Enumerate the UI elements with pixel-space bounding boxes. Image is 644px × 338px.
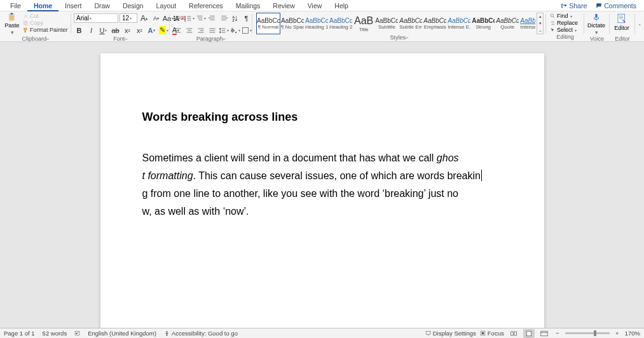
tab-mailings[interactable]: Mailings (230, 0, 267, 11)
style-item[interactable]: AaBTitle (353, 13, 374, 34)
show-marks-button[interactable]: ¶ (241, 13, 252, 24)
font-launcher[interactable]: ⌐ (125, 36, 128, 42)
italic-button[interactable]: I (86, 25, 97, 36)
paragraph-launcher[interactable]: ⌐ (223, 36, 226, 42)
group-label-clipboard: Clipboard⌐ (3, 36, 69, 42)
styles-gallery: AaBbCcDd¶ NormalAaBbCcDd¶ No Spac...AaBb… (255, 13, 535, 34)
subscript-button[interactable]: x2 (122, 25, 133, 36)
text-effects-button[interactable]: A▾ (146, 25, 157, 36)
tab-home[interactable]: Home (27, 0, 58, 11)
tab-file[interactable]: File (4, 0, 27, 11)
shrink-font-button[interactable]: A▾ (151, 13, 161, 24)
bullets-button[interactable]: ▾ (172, 13, 183, 24)
grow-font-button[interactable]: A▴ (139, 13, 149, 24)
align-center-button[interactable] (184, 25, 195, 36)
copy-button[interactable]: Copy (23, 20, 68, 26)
highlight-button[interactable]: ✎▾ (158, 25, 169, 36)
style-item[interactable]: AaBbCcDdEmphasis (423, 13, 447, 34)
web-layout-button[interactable] (538, 329, 550, 338)
zoom-level[interactable]: 170% (625, 330, 640, 337)
bold-button[interactable]: B (74, 25, 85, 36)
increase-indent-button[interactable] (218, 13, 229, 24)
svg-rect-16 (595, 14, 598, 18)
align-left-button[interactable] (172, 25, 183, 36)
status-page[interactable]: Page 1 of 1 (4, 330, 35, 337)
tab-insert[interactable]: Insert (58, 0, 88, 11)
doc-body: Sometimes a client will send in a docume… (142, 149, 502, 220)
multilevel-list-button[interactable]: ▾ (195, 13, 206, 24)
find-button[interactable]: Find▾ (550, 13, 578, 19)
underline-button[interactable]: U▾ (98, 25, 109, 36)
style-item[interactable]: AaBbCcDdStrong (471, 13, 495, 34)
group-label-paragraph: Paragraph⌐ (172, 36, 250, 42)
select-button[interactable]: Select▾ (550, 27, 578, 33)
dictate-button[interactable]: Dictate▾ (587, 13, 606, 36)
style-item[interactable]: AaBbCcDdIntense Q... (519, 13, 535, 34)
svg-point-7 (174, 20, 175, 21)
numbering-button[interactable]: 123▾ (184, 13, 195, 24)
svg-rect-14 (242, 27, 248, 33)
svg-rect-2 (10, 16, 13, 20)
styles-scroll-down[interactable]: ▾ (537, 20, 543, 27)
style-item[interactable]: AaBbCcDSubtitle (374, 13, 399, 34)
display-settings-button[interactable]: Display Settings (425, 330, 476, 337)
font-size-select[interactable]: 12▾ (120, 13, 137, 23)
svg-rect-22 (482, 332, 484, 334)
focus-button[interactable]: Focus (480, 330, 504, 337)
collapse-ribbon-button[interactable]: ˄ (635, 11, 644, 41)
tab-references[interactable]: References (182, 0, 230, 11)
styles-scroll-up[interactable]: ▴ (537, 13, 543, 20)
svg-rect-20 (426, 332, 430, 335)
replace-button[interactable]: Replace (550, 20, 578, 26)
superscript-button[interactable]: x2 (134, 25, 145, 36)
sort-button[interactable]: AZ (230, 13, 240, 24)
tab-draw[interactable]: Draw (88, 0, 116, 11)
zoom-slider[interactable] (565, 332, 610, 334)
svg-point-15 (551, 14, 554, 17)
share-button[interactable]: Share (557, 2, 591, 10)
status-language[interactable]: English (United Kingdom) (88, 330, 156, 337)
tab-review[interactable]: Review (266, 0, 301, 11)
clipboard-launcher[interactable]: ⌐ (46, 36, 50, 42)
style-item[interactable]: AaBbCcDHeading 2 (329, 13, 353, 34)
document-area[interactable]: Words breaking across lines Sometimes a … (0, 42, 644, 328)
font-name-select[interactable]: Arial▾ (74, 13, 118, 23)
align-right-button[interactable] (195, 25, 206, 36)
style-item[interactable]: AaBbCcDd¶ No Spac... (280, 13, 305, 34)
tab-layout[interactable]: Layout (150, 0, 183, 11)
tab-help[interactable]: Help (328, 0, 355, 11)
format-painter-button[interactable]: Format Painter (23, 27, 68, 33)
comments-button[interactable]: Comments (592, 2, 640, 10)
style-item[interactable]: AaBbCcHeading 1 (305, 13, 329, 34)
svg-point-19 (166, 331, 167, 332)
strikethrough-button[interactable]: ab (110, 25, 121, 36)
zoom-in-button[interactable]: + (613, 330, 621, 337)
shading-button[interactable]: ▾ (230, 25, 240, 36)
decrease-indent-button[interactable] (207, 13, 217, 24)
status-accessibility[interactable]: Accessibility: Good to go (164, 330, 238, 337)
cut-button[interactable]: Cut (23, 13, 68, 19)
text-cursor (481, 170, 482, 181)
style-item[interactable]: AaBbCcDd¶ Normal (256, 13, 280, 34)
status-words[interactable]: 52 words (43, 330, 67, 337)
group-label-font: Font⌐ (74, 36, 167, 42)
tab-design[interactable]: Design (116, 0, 150, 11)
editor-button[interactable]: Editor (612, 13, 631, 36)
style-item[interactable]: AaBbCcDdQuote (495, 13, 519, 34)
style-item[interactable]: AaBbCcDdSubtle Em... (399, 13, 423, 34)
status-spellcheck[interactable] (74, 330, 80, 336)
share-label: Share (569, 2, 587, 10)
style-item[interactable]: AaBbCcDdIntense E... (447, 13, 471, 34)
read-mode-button[interactable] (508, 329, 519, 338)
tab-view[interactable]: View (301, 0, 329, 11)
svg-rect-1 (11, 13, 13, 15)
print-layout-button[interactable] (523, 329, 535, 338)
styles-launcher[interactable]: ⌐ (406, 35, 409, 41)
justify-button[interactable] (207, 25, 217, 36)
styles-expand[interactable]: ⌄ (537, 27, 543, 34)
borders-button[interactable]: ▾ (241, 25, 252, 36)
zoom-out-button[interactable]: − (554, 330, 561, 337)
line-spacing-button[interactable]: ▾ (218, 25, 229, 36)
group-label-editor: Editor (612, 36, 633, 42)
paste-button[interactable]: Paste ▾ (3, 13, 22, 36)
